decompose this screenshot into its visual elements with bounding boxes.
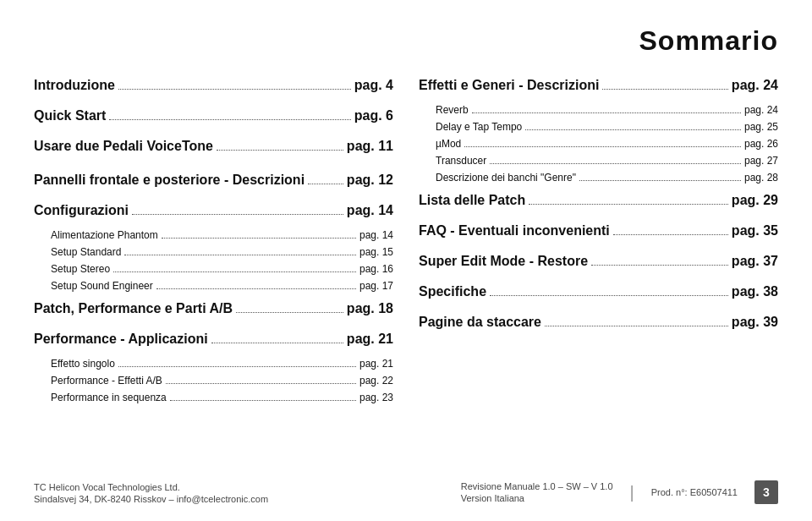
toc-row-pannelli: Pannelli frontale e posteriore - Descriz… <box>34 170 393 190</box>
toc-page: pag. 21 <box>359 356 393 371</box>
toc-row-quick-start: Quick Start pag. 6 <box>34 106 393 126</box>
toc-page: pag. 15 <box>359 244 393 260</box>
toc-page: pag. 35 <box>732 221 778 241</box>
toc-page: pag. 4 <box>354 75 393 96</box>
toc-label: Introduzione <box>34 75 115 96</box>
toc-dots <box>591 265 728 266</box>
toc-label: Setup Sound Engineer <box>51 278 153 293</box>
toc-dots <box>109 119 350 120</box>
toc-row-setup-stereo: Setup Stereo pag. 16 <box>34 261 393 277</box>
toc-label: Performance in sequenza <box>51 390 167 405</box>
toc-label: µMod <box>436 136 461 151</box>
toc-row-lista-patch: Lista delle Patch pag. 29 <box>419 190 778 211</box>
left-column: Introduzione pag. 4 Quick Start pag. 6 U… <box>34 72 393 472</box>
toc-page: pag. 25 <box>744 119 778 134</box>
toc-label: Performance - Effetti A/B <box>51 373 162 388</box>
toc-dots <box>132 214 343 215</box>
toc-label: Descrizione dei banchi "Genre" <box>436 170 576 185</box>
footer-prod: Prod. n°: E60507411 <box>651 487 738 497</box>
toc-dots <box>170 400 356 401</box>
toc-page: pag. 14 <box>359 228 393 243</box>
toc-page: pag. 21 <box>347 329 393 349</box>
toc-dots <box>613 234 728 235</box>
toc-row-performance-applicazioni: Performance - Applicazioni pag. 21 <box>34 329 393 349</box>
toc-dots <box>472 112 741 113</box>
toc-dots <box>162 238 356 239</box>
toc-label: Lista delle Patch <box>419 190 525 211</box>
toc-dots <box>602 89 727 90</box>
toc-dots <box>124 255 356 255</box>
toc-row-delay-tap: Delay e Tap Tempo pag. 25 <box>419 119 778 134</box>
toc-page: pag. 23 <box>359 390 393 405</box>
toc-page: pag. 39 <box>732 312 778 332</box>
toc-page: pag. 18 <box>347 299 393 319</box>
toc-page: pag. 17 <box>359 278 393 293</box>
toc-dots <box>525 129 741 130</box>
footer-version: Version Italiana <box>461 493 524 503</box>
toc-row-performance-effetti: Performance - Effetti A/B pag. 22 <box>34 373 393 388</box>
footer-revision-version: Revisione Manuale 1.0 – SW – V 1.0 Versi… <box>461 481 613 503</box>
toc-label: Setup Stereo <box>51 261 110 277</box>
toc-row-umod: µMod pag. 26 <box>419 136 778 151</box>
toc-row-usare-due-pedali: Usare due Pedali VoiceTone pag. 11 <box>34 136 393 156</box>
toc-label: Setup Standard <box>51 244 121 260</box>
page-number: 3 <box>763 485 770 499</box>
toc-label: Effetti e Generi - Descrizioni <box>419 75 599 96</box>
toc-dots <box>236 312 343 313</box>
toc-label: Configurazioni <box>34 200 129 221</box>
toc-dots <box>211 343 343 343</box>
toc-page: pag. 26 <box>744 136 778 151</box>
toc-row-pagine-staccare: Pagine da staccare pag. 39 <box>419 312 778 332</box>
toc-page: pag. 12 <box>347 170 393 190</box>
toc-page: pag. 27 <box>744 153 778 168</box>
toc-page: pag. 24 <box>744 102 778 118</box>
page-title: Sommario <box>34 25 778 57</box>
right-column: Effetti e Generi - Descrizioni pag. 24 R… <box>419 72 778 472</box>
toc-label: Pannelli frontale e posteriore - Descriz… <box>34 170 304 190</box>
toc-label: Transducer <box>436 153 486 168</box>
toc-row-super-edit: Super Edit Mode - Restore pag. 37 <box>419 251 778 271</box>
footer: TC Helicon Vocal Technologies Ltd. Sinda… <box>34 480 778 504</box>
toc-row-performance-sequenza: Performance in sequenza pag. 23 <box>34 390 393 405</box>
toc-label: Patch, Performance e Parti A/B <box>34 299 233 319</box>
toc-page: pag. 28 <box>744 170 778 185</box>
toc-label: Reverb <box>436 102 469 118</box>
main-content: Introduzione pag. 4 Quick Start pag. 6 U… <box>34 72 778 472</box>
toc-row-introduzione: Introduzione pag. 4 <box>34 75 393 96</box>
toc-dots <box>113 271 356 272</box>
toc-dots <box>464 146 741 147</box>
toc-dots <box>118 366 356 367</box>
toc-label: Performance - Applicazioni <box>34 329 208 349</box>
toc-page: pag. 29 <box>732 190 778 211</box>
toc-dots <box>156 288 356 289</box>
title-bar: Sommario <box>34 25 778 57</box>
toc-row-configurazioni: Configurazioni pag. 14 <box>34 200 393 221</box>
toc-row-reverb: Reverb pag. 24 <box>419 102 778 118</box>
toc-dots <box>529 204 728 205</box>
toc-row-alimentazione: Alimentazione Phantom pag. 14 <box>34 228 393 243</box>
toc-page: pag. 11 <box>347 136 393 156</box>
toc-page: pag. 38 <box>732 282 778 302</box>
footer-right: Revisione Manuale 1.0 – SW – V 1.0 Versi… <box>461 480 778 504</box>
toc-dots <box>217 150 343 151</box>
toc-dots <box>166 383 356 384</box>
footer-company: TC Helicon Vocal Technologies Ltd. <box>34 482 268 492</box>
toc-page: pag. 37 <box>732 251 778 271</box>
toc-page: pag. 16 <box>359 261 393 277</box>
toc-label: Effetto singolo <box>51 356 115 371</box>
toc-row-faq: FAQ - Eventuali inconvenienti pag. 35 <box>419 221 778 241</box>
toc-row-transducer: Transducer pag. 27 <box>419 153 778 168</box>
toc-dots <box>545 326 728 326</box>
footer-address: Sindalsvej 34, DK-8240 Risskov – info@tc… <box>34 494 268 504</box>
toc-label: Specifiche <box>419 282 486 302</box>
toc-dots <box>490 163 741 164</box>
toc-row-effetto-singolo: Effetto singolo pag. 21 <box>34 356 393 371</box>
toc-page: pag. 24 <box>732 75 778 96</box>
toc-label: Usare due Pedali VoiceTone <box>34 136 213 156</box>
page-number-badge: 3 <box>754 480 778 504</box>
toc-label: Delay e Tap Tempo <box>436 119 522 134</box>
footer-left: TC Helicon Vocal Technologies Ltd. Sinda… <box>34 482 268 504</box>
toc-row-specifiche: Specifiche pag. 38 <box>419 282 778 302</box>
toc-dots <box>579 180 741 181</box>
toc-label: Pagine da staccare <box>419 312 541 332</box>
